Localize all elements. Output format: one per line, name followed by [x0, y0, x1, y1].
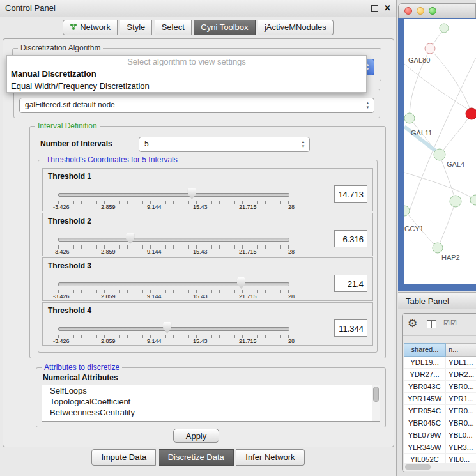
tab-select[interactable]: Select [155, 20, 192, 35]
table-cell[interactable]: YER054C [404, 405, 446, 417]
network-node[interactable] [470, 195, 476, 205]
attributes-list[interactable]: SelfLoopsTopologicalCoefficientBetweenne… [42, 385, 380, 422]
table-cell[interactable]: YDR27... [404, 369, 446, 380]
dropdown-option-manual-discretization[interactable]: Manual Discretization [7, 68, 366, 80]
table-cell[interactable]: YBR0... [446, 417, 476, 429]
slider-tick-labels: -3.4262.8599.14415.4321.71528 [53, 204, 295, 210]
tab-style[interactable]: Style [120, 20, 152, 35]
table-cell[interactable]: YIL052C [404, 454, 446, 463]
network-canvas[interactable]: GAL80 GAL11 GAL4 GCY1 HAP2 [404, 19, 476, 284]
tab-cyni-toolbox[interactable]: Cyni Toolbox [194, 20, 255, 35]
table-panel-header: Table Panel [398, 292, 476, 309]
slider-track[interactable] [58, 193, 289, 197]
apply-button[interactable]: Apply [173, 429, 219, 443]
dropdown-option-equal-width[interactable]: Equal Width/Frequency Discretization [7, 80, 366, 92]
close-icon[interactable]: ✕ [384, 4, 391, 12]
table-row[interactable]: YLR345WYLR3... [404, 441, 476, 454]
tab-infer-network[interactable]: Infer Network [236, 449, 304, 466]
threshold-1-slider[interactable]: -3.4262.8599.14415.4321.71528 [58, 188, 289, 208]
threshold-4-value-field[interactable]: 11.344 [334, 319, 367, 337]
threshold-2-slider[interactable]: -3.4262.8599.14415.4321.71528 [58, 233, 289, 253]
threshold-1-value-field[interactable]: 14.713 [334, 185, 367, 203]
threshold-4-slider[interactable]: -3.4262.8599.14415.4321.71528 [58, 322, 289, 342]
table-cell[interactable]: YBR043C [404, 381, 446, 392]
table-row[interactable]: YDL19...YDL1... [404, 357, 476, 369]
network-view-window: GAL80 GAL11 GAL4 GCY1 HAP2 [398, 3, 476, 291]
network-node-selected-red[interactable] [466, 108, 476, 119]
slider-thumb[interactable] [188, 188, 196, 199]
minimize-button[interactable] [417, 7, 424, 15]
close-button[interactable] [404, 7, 412, 15]
threshold-3-value-field[interactable]: 21.4 [334, 275, 367, 292]
table-data-combobox[interactable]: galFiltered.sif default node ▲▼ [19, 98, 374, 113]
column-header-name[interactable]: n... [446, 343, 476, 357]
thresholds-group-title: Threshold's Coordinates for 5 Intervals [43, 155, 180, 164]
attribute-list-item[interactable]: TopologicalCoefficient [42, 396, 380, 407]
slider-track[interactable] [58, 238, 289, 242]
table-cell[interactable]: YBL079W [404, 429, 446, 441]
table-row[interactable]: YBL079WYBL0... [404, 429, 476, 441]
table-cell[interactable]: YLR3... [446, 441, 476, 453]
network-node-gal80[interactable] [425, 43, 435, 54]
table-row[interactable]: YBR045CYBR0... [404, 417, 476, 429]
slider-thumb[interactable] [163, 322, 171, 334]
tab-network[interactable]: Network [63, 20, 118, 35]
vertical-scrollbar[interactable] [372, 385, 380, 421]
table-cell[interactable]: YDL1... [446, 357, 476, 368]
tab-impute-data[interactable]: Impute Data [91, 449, 156, 466]
gear-icon[interactable]: ⚙ [408, 317, 417, 330]
horizontal-scrollbar[interactable] [404, 463, 476, 471]
network-node-gal11[interactable] [404, 113, 415, 123]
table-data-combobox-value: galFiltered.sif default node [25, 100, 358, 109]
threshold-2-value-field[interactable]: 6.316 [334, 230, 367, 247]
network-node-gal4[interactable] [434, 149, 445, 160]
scrollbar-thumb[interactable] [373, 387, 379, 402]
slider-thumb[interactable] [237, 277, 245, 289]
column-header-shared-name[interactable]: shared... [404, 343, 446, 357]
zoom-button[interactable] [429, 7, 436, 15]
slider-thumb[interactable] [126, 233, 134, 244]
network-node-gcy1[interactable] [404, 206, 410, 216]
table-cell[interactable]: YDL19... [404, 357, 446, 368]
table-cell[interactable]: YDR2... [446, 369, 476, 380]
interval-definition-title: Interval Definition [35, 121, 100, 130]
table-cell[interactable]: YIL0... [446, 454, 476, 463]
slider-tick-labels: -3.4262.8599.14415.4321.71528 [53, 293, 295, 300]
slider-track[interactable] [58, 282, 289, 286]
window-title: Control Panel [5, 3, 56, 13]
table-row[interactable]: YIL052CYIL0... [404, 454, 476, 463]
checkbox-icon[interactable]: ☑ [450, 319, 457, 326]
dropdown-placeholder-item[interactable]: Select algorithm to view settings [7, 56, 366, 68]
table-cell[interactable]: YLR345W [404, 441, 446, 453]
table-row[interactable]: YDR27...YDR2... [404, 369, 476, 381]
select-columns-icons[interactable]: ☑☑ [443, 319, 457, 327]
attribute-list-item[interactable]: SelfLoops [42, 385, 380, 396]
attribute-list-item[interactable]: BetweennessCentrality [42, 407, 380, 418]
tab-discretize-data[interactable]: Discretize Data [159, 449, 234, 466]
table-body[interactable]: YDL19...YDL1...YDR27...YDR2...YBR043CYBR… [404, 357, 476, 463]
table-cell[interactable]: YPR145W [404, 393, 446, 404]
table-cell[interactable]: YBR045C [404, 417, 446, 429]
scrollbar-thumb[interactable] [405, 464, 431, 470]
network-node[interactable] [440, 24, 449, 33]
table-row[interactable]: YER054CYER0... [404, 405, 476, 417]
network-node-hap2[interactable] [433, 243, 443, 253]
network-node[interactable] [450, 196, 461, 207]
table-cell[interactable]: YER0... [446, 405, 476, 417]
table-cell[interactable]: YPR1... [446, 393, 476, 404]
tick-label: 28 [288, 204, 295, 210]
float-window-icon[interactable] [371, 5, 378, 12]
columns-icon[interactable] [427, 320, 436, 328]
table-cell[interactable]: YBL0... [446, 429, 476, 441]
table-cell[interactable]: YBR0... [446, 381, 476, 392]
threshold-3-slider[interactable]: -3.4262.8599.14415.4321.71528 [58, 277, 289, 298]
tab-jactivemnodules[interactable]: jActiveMNodules [258, 20, 334, 35]
table-row[interactable]: YBR043CYBR0... [404, 381, 476, 393]
number-of-intervals-combobox[interactable]: 5 ▲▼ [139, 137, 310, 152]
threshold-panel-2: Threshold 2 -3.4262.8599.14415.4321.7152… [42, 213, 373, 256]
slider-track[interactable] [58, 327, 289, 331]
checkbox-icon[interactable]: ☑ [443, 319, 450, 326]
bottom-tab-bar: Impute Data Discretize Data Infer Networ… [0, 449, 396, 466]
table-row[interactable]: YPR145WYPR1... [404, 393, 476, 405]
numerical-attributes-label: Numerical Attributes [43, 373, 118, 382]
